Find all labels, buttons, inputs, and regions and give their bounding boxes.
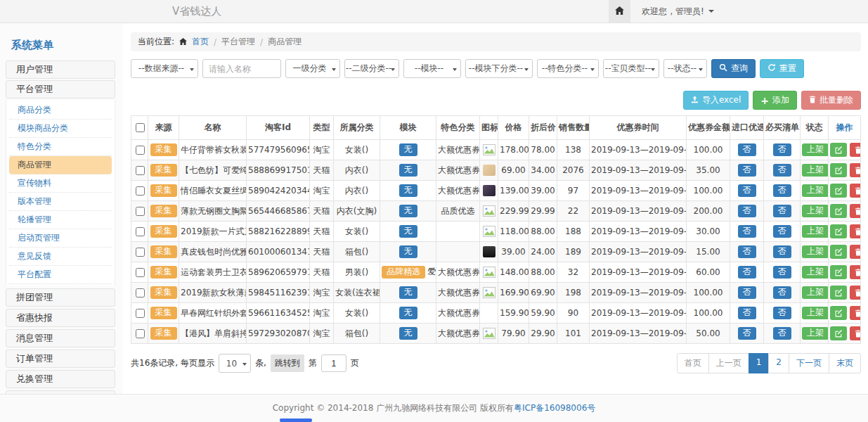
row-checkbox[interactable] (136, 146, 145, 155)
delete-button[interactable] (850, 204, 861, 218)
sidebar-group[interactable]: 兑换管理 (6, 370, 115, 388)
must-buy-toggle[interactable]: 否 (773, 266, 791, 279)
edit-button[interactable] (830, 245, 847, 259)
import-select-toggle[interactable]: 否 (738, 327, 756, 340)
delete-button[interactable] (850, 286, 861, 300)
sidebar-link[interactable]: 特色分类 (9, 138, 112, 156)
import-select-toggle[interactable]: 否 (738, 164, 756, 177)
home-button[interactable] (609, 0, 630, 23)
must-buy-toggle[interactable]: 否 (773, 245, 791, 258)
sidebar-group-platform[interactable]: 平台管理 (6, 80, 115, 98)
filter-select[interactable]: --模块下分类-- (465, 59, 533, 78)
edit-button[interactable] (830, 224, 847, 238)
sidebar-group[interactable]: 消息管理 (6, 329, 115, 347)
sidebar-item-partial[interactable] (6, 390, 115, 394)
name-search-input[interactable] (202, 59, 281, 78)
edit-button[interactable] (830, 326, 847, 340)
status-toggle[interactable]: 上架 (802, 327, 829, 340)
pager-button[interactable]: 上一页 (708, 353, 749, 373)
delete-button[interactable] (850, 245, 861, 259)
delete-button[interactable] (850, 184, 861, 198)
select-all-checkbox[interactable] (136, 123, 145, 132)
import-select-toggle[interactable]: 否 (738, 307, 756, 319)
sidebar-group[interactable]: 拼团管理 (6, 288, 115, 307)
edit-button[interactable] (830, 265, 847, 279)
sidebar-link[interactable]: 模块商品分类 (9, 120, 112, 138)
status-toggle[interactable]: 上架 (802, 225, 829, 238)
edit-button[interactable] (830, 184, 847, 198)
row-checkbox[interactable] (136, 309, 145, 318)
status-toggle[interactable]: 上架 (802, 245, 829, 258)
edit-button[interactable] (830, 306, 847, 320)
must-buy-toggle[interactable]: 否 (773, 164, 791, 177)
add-button[interactable]: + 添加 (753, 91, 797, 110)
breadcrumb-home-link[interactable]: 首页 (192, 36, 209, 48)
filter-select[interactable]: --状态-- (663, 59, 707, 78)
page-number-input[interactable] (321, 354, 346, 372)
sidebar-group[interactable]: 省惠快报 (6, 309, 115, 327)
import-excel-button[interactable]: 导入excel (683, 91, 749, 110)
search-button[interactable]: 查询 (711, 59, 756, 78)
user-menu[interactable]: 欢迎您，管理员! (630, 6, 714, 18)
row-checkbox[interactable] (136, 186, 145, 196)
sidebar-link[interactable]: 启动页管理 (9, 229, 112, 248)
delete-button[interactable] (850, 265, 861, 279)
pager-button[interactable]: 末页 (829, 353, 861, 373)
status-toggle[interactable]: 上架 (802, 184, 829, 197)
reset-button[interactable]: 重置 (760, 59, 804, 78)
sidebar-link[interactable]: 平台配置 (9, 266, 112, 284)
sidebar-link[interactable]: 宣传物料 (9, 174, 112, 193)
sidebar-link[interactable]: 商品管理 (9, 156, 112, 174)
status-toggle[interactable]: 上架 (802, 143, 829, 156)
must-buy-toggle[interactable]: 否 (773, 205, 791, 217)
pager-button[interactable]: 1 (749, 353, 770, 373)
delete-button[interactable] (850, 306, 861, 320)
must-buy-toggle[interactable]: 否 (773, 327, 791, 340)
sidebar-link[interactable]: 轮播管理 (9, 211, 112, 229)
pager-button[interactable]: 下一页 (789, 353, 829, 373)
data-source-select[interactable]: --数据来源-- (131, 59, 198, 78)
per-page-select[interactable]: 10 (219, 354, 251, 373)
status-toggle[interactable]: 上架 (802, 307, 829, 319)
status-toggle[interactable]: 上架 (802, 164, 829, 177)
sidebar-group[interactable]: 订单管理 (6, 350, 115, 368)
must-buy-toggle[interactable]: 否 (773, 307, 791, 319)
import-select-toggle[interactable]: 否 (738, 143, 756, 156)
filter-select[interactable]: --特色分类-- (537, 59, 599, 78)
import-select-toggle[interactable]: 否 (738, 245, 756, 258)
horizontal-scrollbar-thumb[interactable] (280, 418, 312, 422)
pager-button[interactable]: 首页 (677, 353, 709, 373)
status-toggle[interactable]: 上架 (802, 286, 829, 299)
delete-button[interactable] (850, 143, 861, 157)
sidebar-group-user[interactable]: 用户管理 (6, 60, 115, 79)
sidebar-link[interactable]: 版本管理 (9, 193, 112, 211)
must-buy-toggle[interactable]: 否 (773, 286, 791, 299)
status-toggle[interactable]: 上架 (802, 205, 829, 217)
sidebar-link[interactable]: 商品分类 (9, 101, 112, 120)
import-select-toggle[interactable]: 否 (738, 266, 756, 279)
delete-button[interactable] (850, 224, 861, 238)
import-select-toggle[interactable]: 否 (738, 184, 756, 197)
filter-select[interactable]: --模块-- (403, 59, 461, 78)
edit-button[interactable] (830, 204, 847, 218)
edit-button[interactable] (830, 143, 847, 157)
import-select-toggle[interactable]: 否 (738, 286, 756, 299)
delete-button[interactable] (850, 163, 861, 177)
filter-select[interactable]: --宝贝类型-- (603, 59, 659, 78)
edit-button[interactable] (830, 286, 847, 300)
row-checkbox[interactable] (136, 227, 145, 236)
row-checkbox[interactable] (136, 207, 145, 216)
import-select-toggle[interactable]: 否 (738, 225, 756, 238)
status-toggle[interactable]: 上架 (802, 266, 829, 279)
sidebar-link[interactable]: 意见反馈 (9, 248, 112, 266)
row-checkbox[interactable] (136, 166, 145, 175)
edit-button[interactable] (830, 163, 847, 177)
must-buy-toggle[interactable]: 否 (773, 184, 791, 197)
import-select-toggle[interactable]: 否 (738, 205, 756, 217)
filter-select[interactable]: 一级分类 (285, 59, 340, 78)
must-buy-toggle[interactable]: 否 (773, 225, 791, 238)
delete-button[interactable] (850, 326, 861, 340)
jump-to-button[interactable]: 跳转到 (271, 354, 304, 372)
pager-button[interactable]: 2 (768, 353, 789, 373)
row-checkbox[interactable] (136, 288, 145, 298)
